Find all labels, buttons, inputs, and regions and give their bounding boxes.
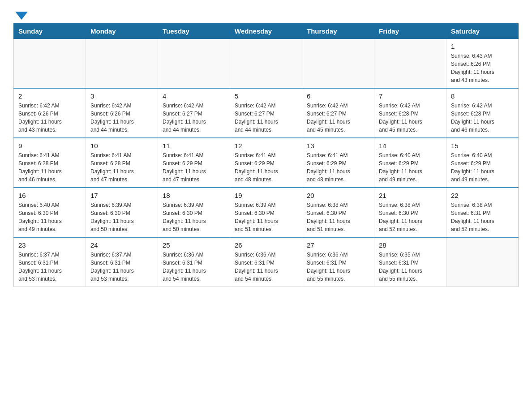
day-number: 4 [163,92,225,100]
day-number: 27 [307,241,369,249]
day-number: 18 [163,192,225,199]
table-row: 8Sunrise: 6:42 AM Sunset: 6:28 PM Daylig… [446,88,519,138]
table-row: 13Sunrise: 6:41 AM Sunset: 6:29 PM Dayli… [302,138,374,188]
page-header [13,9,519,19]
table-row: 22Sunrise: 6:38 AM Sunset: 6:31 PM Dayli… [446,188,519,237]
table-row: 1Sunrise: 6:43 AM Sunset: 6:26 PM Daylig… [446,39,519,89]
table-row: 24Sunrise: 6:37 AM Sunset: 6:31 PM Dayli… [86,237,158,287]
col-thursday: Thursday [302,24,374,39]
table-row: 18Sunrise: 6:39 AM Sunset: 6:30 PM Dayli… [158,188,230,237]
logo [13,9,28,19]
day-info: Sunrise: 6:41 AM Sunset: 6:29 PM Dayligh… [235,151,297,184]
table-row [302,39,374,89]
table-row: 20Sunrise: 6:38 AM Sunset: 6:30 PM Dayli… [302,188,374,237]
table-row: 12Sunrise: 6:41 AM Sunset: 6:29 PM Dayli… [230,138,302,188]
table-row [446,237,519,287]
day-number: 2 [18,92,81,100]
day-number: 17 [90,192,153,199]
day-info: Sunrise: 6:39 AM Sunset: 6:30 PM Dayligh… [235,201,297,233]
day-info: Sunrise: 6:38 AM Sunset: 6:30 PM Dayligh… [307,201,369,233]
calendar-header-row: Sunday Monday Tuesday Wednesday Thursday… [14,24,519,39]
calendar-week-row: 9Sunrise: 6:41 AM Sunset: 6:28 PM Daylig… [14,138,519,188]
logo-triangle-icon [15,12,28,20]
col-tuesday: Tuesday [158,24,230,39]
day-number: 20 [307,192,369,199]
day-info: Sunrise: 6:39 AM Sunset: 6:30 PM Dayligh… [90,201,153,233]
table-row: 4Sunrise: 6:42 AM Sunset: 6:27 PM Daylig… [158,88,230,138]
day-info: Sunrise: 6:42 AM Sunset: 6:27 PM Dayligh… [235,102,297,134]
day-number: 15 [451,142,514,150]
day-info: Sunrise: 6:39 AM Sunset: 6:30 PM Dayligh… [163,201,225,233]
day-info: Sunrise: 6:42 AM Sunset: 6:28 PM Dayligh… [379,102,442,134]
day-info: Sunrise: 6:36 AM Sunset: 6:31 PM Dayligh… [235,251,297,283]
day-number: 5 [235,92,297,100]
table-row: 9Sunrise: 6:41 AM Sunset: 6:28 PM Daylig… [14,138,86,188]
day-info: Sunrise: 6:40 AM Sunset: 6:29 PM Dayligh… [379,151,442,184]
calendar-week-row: 23Sunrise: 6:37 AM Sunset: 6:31 PM Dayli… [14,237,519,287]
day-number: 19 [235,192,297,199]
col-wednesday: Wednesday [230,24,302,39]
table-row: 21Sunrise: 6:38 AM Sunset: 6:30 PM Dayli… [374,188,446,237]
day-number: 22 [451,192,514,199]
day-info: Sunrise: 6:41 AM Sunset: 6:29 PM Dayligh… [163,151,225,184]
day-number: 23 [18,241,81,249]
calendar-week-row: 1Sunrise: 6:43 AM Sunset: 6:26 PM Daylig… [14,39,519,89]
day-number: 13 [307,142,369,150]
day-number: 9 [18,142,81,150]
day-info: Sunrise: 6:35 AM Sunset: 6:31 PM Dayligh… [379,251,442,283]
day-info: Sunrise: 6:38 AM Sunset: 6:31 PM Dayligh… [451,201,514,233]
col-sunday: Sunday [14,24,86,39]
table-row: 14Sunrise: 6:40 AM Sunset: 6:29 PM Dayli… [374,138,446,188]
day-info: Sunrise: 6:41 AM Sunset: 6:29 PM Dayligh… [307,151,369,184]
table-row: 28Sunrise: 6:35 AM Sunset: 6:31 PM Dayli… [374,237,446,287]
table-row [374,39,446,89]
day-number: 24 [90,241,153,249]
col-monday: Monday [86,24,158,39]
calendar-week-row: 16Sunrise: 6:40 AM Sunset: 6:30 PM Dayli… [14,188,519,237]
table-row: 16Sunrise: 6:40 AM Sunset: 6:30 PM Dayli… [14,188,86,237]
table-row: 5Sunrise: 6:42 AM Sunset: 6:27 PM Daylig… [230,88,302,138]
day-number: 21 [379,192,442,199]
table-row: 7Sunrise: 6:42 AM Sunset: 6:28 PM Daylig… [374,88,446,138]
day-info: Sunrise: 6:42 AM Sunset: 6:28 PM Dayligh… [451,102,514,134]
day-info: Sunrise: 6:37 AM Sunset: 6:31 PM Dayligh… [90,251,153,283]
day-info: Sunrise: 6:40 AM Sunset: 6:30 PM Dayligh… [18,201,81,233]
day-number: 10 [90,142,153,150]
table-row [158,39,230,89]
table-row: 3Sunrise: 6:42 AM Sunset: 6:26 PM Daylig… [86,88,158,138]
day-info: Sunrise: 6:36 AM Sunset: 6:31 PM Dayligh… [307,251,369,283]
table-row: 26Sunrise: 6:36 AM Sunset: 6:31 PM Dayli… [230,237,302,287]
day-info: Sunrise: 6:42 AM Sunset: 6:27 PM Dayligh… [163,102,225,134]
day-info: Sunrise: 6:41 AM Sunset: 6:28 PM Dayligh… [18,151,81,184]
day-number: 12 [235,142,297,150]
day-number: 1 [451,43,514,50]
table-row: 25Sunrise: 6:36 AM Sunset: 6:31 PM Dayli… [158,237,230,287]
day-number: 8 [451,92,514,100]
table-row [14,39,86,89]
day-number: 11 [163,142,225,150]
day-number: 26 [235,241,297,249]
day-number: 6 [307,92,369,100]
day-info: Sunrise: 6:38 AM Sunset: 6:30 PM Dayligh… [379,201,442,233]
calendar-week-row: 2Sunrise: 6:42 AM Sunset: 6:26 PM Daylig… [14,88,519,138]
table-row: 23Sunrise: 6:37 AM Sunset: 6:31 PM Dayli… [14,237,86,287]
day-info: Sunrise: 6:42 AM Sunset: 6:26 PM Dayligh… [18,102,81,134]
day-info: Sunrise: 6:42 AM Sunset: 6:26 PM Dayligh… [90,102,153,134]
table-row [86,39,158,89]
table-row: 6Sunrise: 6:42 AM Sunset: 6:27 PM Daylig… [302,88,374,138]
day-number: 25 [163,241,225,249]
day-info: Sunrise: 6:40 AM Sunset: 6:29 PM Dayligh… [451,151,514,184]
calendar-table: Sunday Monday Tuesday Wednesday Thursday… [13,23,519,287]
day-info: Sunrise: 6:41 AM Sunset: 6:28 PM Dayligh… [90,151,153,184]
col-saturday: Saturday [446,24,519,39]
day-number: 16 [18,192,81,199]
day-number: 3 [90,92,153,100]
day-info: Sunrise: 6:36 AM Sunset: 6:31 PM Dayligh… [163,251,225,283]
table-row: 10Sunrise: 6:41 AM Sunset: 6:28 PM Dayli… [86,138,158,188]
day-number: 14 [379,142,442,150]
day-number: 7 [379,92,442,100]
table-row: 19Sunrise: 6:39 AM Sunset: 6:30 PM Dayli… [230,188,302,237]
table-row [230,39,302,89]
day-number: 28 [379,241,442,249]
day-info: Sunrise: 6:42 AM Sunset: 6:27 PM Dayligh… [307,102,369,134]
